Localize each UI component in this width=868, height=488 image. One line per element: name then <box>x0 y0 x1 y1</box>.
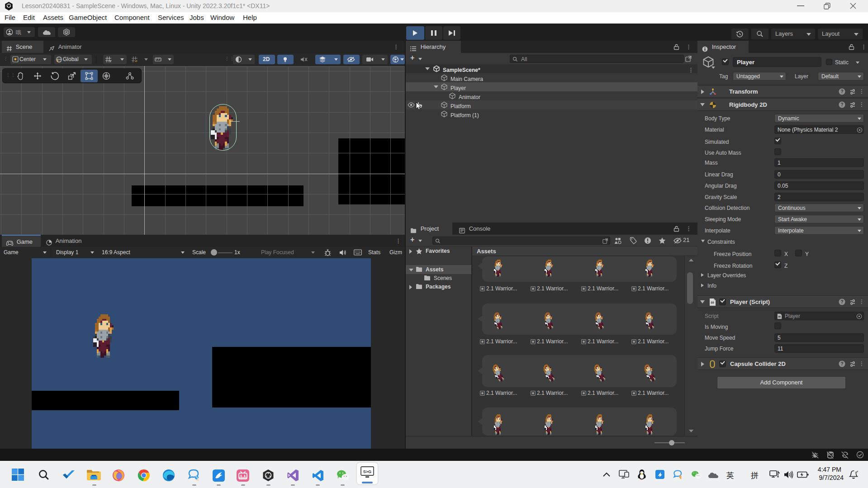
svg-text:Y: Y <box>109 60 112 63</box>
svg-text:?: ? <box>840 361 843 366</box>
svg-text:bilibili: bilibili <box>239 476 247 479</box>
svg-text:D: D <box>65 31 67 34</box>
svg-text:?: ? <box>840 299 843 304</box>
svg-text:?: ? <box>840 102 843 107</box>
svg-text:?: ? <box>840 89 843 94</box>
svg-text:S>G: S>G <box>363 469 371 474</box>
